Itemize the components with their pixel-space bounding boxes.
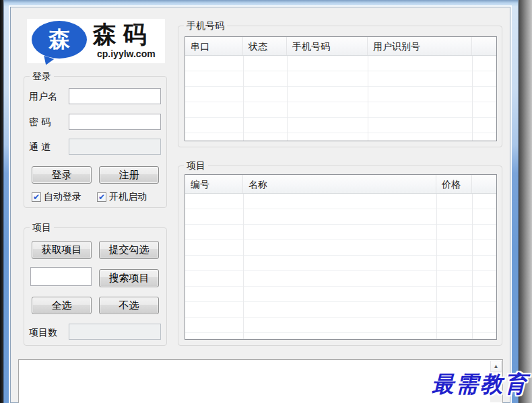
channel-field bbox=[69, 139, 161, 155]
column-separator bbox=[472, 56, 473, 141]
project-search-input[interactable] bbox=[30, 267, 92, 286]
projects-group-label: 项目 bbox=[184, 160, 208, 172]
login-group-label: 登录 bbox=[30, 71, 54, 82]
column-separator bbox=[472, 194, 473, 339]
column-header-price[interactable]: 价格 bbox=[436, 175, 472, 193]
auto-login-label: 自动登录 bbox=[44, 191, 81, 203]
phone-numbers-table: 串口 状态 手机号码 用户识别号 bbox=[185, 36, 497, 141]
checkbox-check-icon: ✔ bbox=[32, 192, 41, 202]
column-header-spacer bbox=[472, 37, 496, 55]
login-button[interactable]: 登录 bbox=[32, 166, 92, 184]
column-header-serial-port[interactable]: 串口 bbox=[185, 37, 243, 55]
projects-table: 编号 名称 价格 bbox=[185, 174, 497, 340]
window-drop-shadow bbox=[519, 0, 532, 403]
phone-table-body[interactable] bbox=[185, 56, 496, 141]
column-header-user-id[interactable]: 用户识别号 bbox=[368, 37, 472, 55]
submit-checked-button[interactable]: 提交勾选 bbox=[99, 241, 159, 259]
phone-table-header: 串口 状态 手机号码 用户识别号 bbox=[185, 37, 496, 56]
column-header-spacer bbox=[472, 175, 496, 193]
channel-label: 通 道 bbox=[29, 141, 51, 153]
column-header-phone-number[interactable]: 手机号码 bbox=[287, 37, 368, 55]
project-count-label: 项目数 bbox=[29, 327, 57, 339]
column-separator bbox=[287, 56, 288, 141]
auto-start-label: 开机启动 bbox=[109, 191, 147, 203]
login-group: 登录 用户名 密 码 通 道 登录 注册 ✔ 自动登录 ✔ 开机启动 bbox=[24, 76, 167, 208]
password-field[interactable] bbox=[69, 114, 161, 130]
checkbox-check-icon: ✔ bbox=[97, 192, 106, 202]
logo-bubble-icon: 森 bbox=[32, 21, 87, 59]
project-count-field bbox=[69, 324, 161, 340]
column-separator bbox=[436, 194, 437, 339]
get-projects-button[interactable]: 获取项目 bbox=[32, 241, 92, 259]
phone-numbers-group-label: 手机号码 bbox=[184, 20, 227, 32]
column-header-status[interactable]: 状态 bbox=[243, 37, 287, 55]
column-separator bbox=[368, 56, 368, 141]
auto-login-checkbox[interactable]: ✔ 自动登录 bbox=[32, 191, 81, 203]
logo-title: 森 码 bbox=[93, 19, 147, 50]
password-label: 密 码 bbox=[29, 116, 51, 129]
app-logo: 森 森 码 cp.iyylw.com bbox=[27, 19, 165, 63]
search-projects-button[interactable]: 搜索项目 bbox=[99, 269, 159, 287]
log-textarea[interactable] bbox=[19, 360, 490, 403]
phone-numbers-group: 手机号码 串口 状态 手机号码 用户识别号 bbox=[178, 26, 502, 147]
username-field[interactable] bbox=[69, 88, 161, 104]
projects-table-body[interactable] bbox=[185, 194, 496, 339]
select-none-button[interactable]: 不选 bbox=[99, 297, 159, 314]
app-window: 森 森 码 cp.iyylw.com 登录 用户名 密 码 通 道 登录 注册 … bbox=[3, 0, 519, 403]
column-header-number[interactable]: 编号 bbox=[185, 175, 243, 193]
logo-bubble-char: 森 bbox=[32, 21, 87, 59]
watermark-text: 最需教育 bbox=[432, 369, 529, 400]
projects-group: 项目 编号 名称 价格 bbox=[178, 166, 502, 346]
column-separator bbox=[243, 194, 244, 339]
client-area: 森 森 码 cp.iyylw.com 登录 用户名 密 码 通 道 登录 注册 … bbox=[10, 7, 510, 403]
project-controls-label: 项目 bbox=[30, 222, 54, 233]
auto-start-checkbox[interactable]: ✔ 开机启动 bbox=[97, 191, 147, 203]
logo-site-url: cp.iyylw.com bbox=[97, 48, 156, 59]
select-all-button[interactable]: 全选 bbox=[32, 297, 92, 314]
register-button[interactable]: 注册 bbox=[99, 166, 159, 184]
projects-table-header: 编号 名称 价格 bbox=[185, 175, 496, 194]
column-separator bbox=[243, 56, 244, 141]
column-header-name[interactable]: 名称 bbox=[243, 175, 436, 193]
titlebar[interactable] bbox=[4, 0, 518, 7]
scroll-up-icon: ▲ bbox=[494, 363, 499, 369]
log-panel: ▲ bbox=[18, 359, 503, 403]
project-controls-group: 项目 获取项目 提交勾选 搜索项目 全选 不选 项目数 bbox=[24, 227, 167, 346]
username-label: 用户名 bbox=[29, 91, 57, 103]
